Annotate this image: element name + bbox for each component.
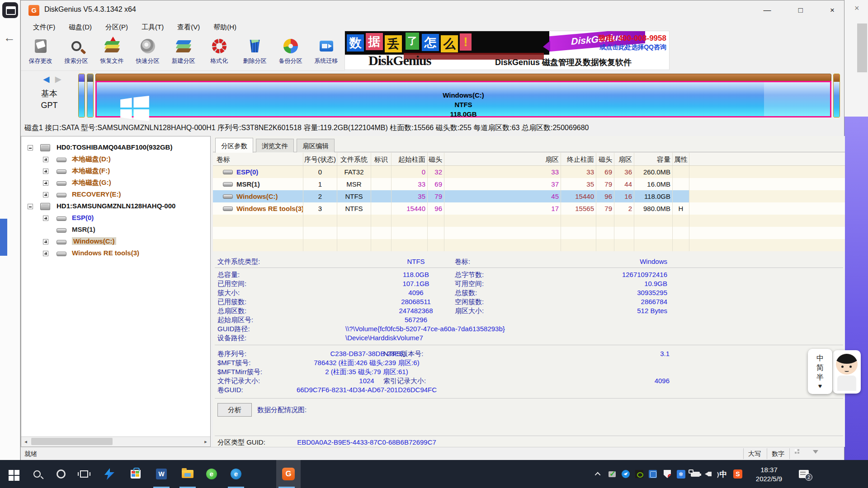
background-app-icon[interactable] — [2, 2, 18, 18]
partition-bar-windows-c[interactable]: Windows(C:) NTFS 118.0GB — [95, 74, 831, 117]
banner-qq-link[interactable]: 或点击此处选择QQ咨询 — [599, 43, 666, 52]
header-seq[interactable]: 序号(状态) — [303, 153, 337, 165]
header-start-head[interactable]: 磁头 — [428, 153, 444, 165]
menu-partition[interactable]: 分区(P) — [99, 20, 135, 34]
taskbar-app-word[interactable]: W — [151, 460, 172, 488]
taskbar-app-explorer[interactable] — [177, 460, 198, 488]
header-capacity[interactable]: 容量 — [634, 153, 673, 165]
backup-partition-button[interactable]: 备份分区 — [273, 34, 308, 70]
maximize-button[interactable]: □ — [790, 4, 811, 17]
new-partition-button[interactable]: 新建分区 — [165, 34, 201, 70]
collapse-icon[interactable] — [28, 204, 33, 209]
search-partition-button[interactable]: 搜索分区 — [58, 34, 94, 70]
expand-icon[interactable] — [43, 216, 48, 221]
cortana-button[interactable] — [51, 460, 71, 488]
background-close-icon[interactable]: × — [854, 4, 859, 13]
expand-icon[interactable] — [43, 157, 48, 162]
taskbar-clock[interactable]: 18:37 2022/5/9 — [750, 460, 788, 488]
desktop-wallpaper-strip — [844, 117, 868, 460]
header-end-head[interactable]: 磁头 — [596, 153, 614, 165]
partition-bar-msr[interactable] — [87, 74, 94, 117]
tree-item-windows-c[interactable]: Windows(C:) — [21, 236, 210, 248]
tree-item-hd1[interactable]: HD1:SAMSUNGMZNLN128HAHQ-000 — [21, 201, 210, 212]
task-view-button[interactable] — [74, 460, 94, 488]
table-row-msr[interactable]: MSR(1) 1 MSR 33 69 37 35 79 44 16.0MB — [213, 178, 845, 190]
header-fs[interactable]: 文件系统 — [337, 153, 371, 165]
tray-icon-messenger[interactable] — [619, 460, 632, 488]
analyze-button[interactable]: 分析 — [217, 403, 252, 417]
tray-icon-nvidia[interactable] — [632, 460, 646, 488]
taskbar-app-diskgenius[interactable]: G — [276, 460, 301, 488]
collapse-icon[interactable] — [28, 145, 33, 150]
expand-icon[interactable] — [43, 192, 48, 197]
close-button[interactable]: × — [822, 4, 843, 17]
delete-partition-button[interactable]: 删除分区 — [237, 34, 273, 70]
header-attr[interactable]: 属性 — [673, 153, 689, 165]
tray-icon-ime[interactable]: 中 — [717, 460, 730, 488]
scroll-left-arrow-icon[interactable]: ◂ — [21, 437, 30, 446]
tab-partition-params[interactable]: 分区参数 — [215, 138, 253, 153]
table-row-windows-c[interactable]: Windows(C:) 2 NTFS 35 79 45 15440 96 16 … — [213, 190, 845, 202]
header-flag[interactable]: 标识 — [371, 153, 392, 165]
tree-item-re-tools[interactable]: Windows RE tools(3) — [21, 248, 210, 259]
prev-disk-arrow-icon[interactable]: ◀ — [43, 75, 49, 84]
partition-bar-re-tools[interactable] — [833, 74, 840, 117]
tab-sector-edit[interactable]: 扇区编辑 — [297, 139, 335, 152]
tree-item-recovery-e[interactable]: RECOVERY(E:) — [21, 189, 210, 201]
tree-item-msr[interactable]: MSR(1) — [21, 224, 210, 236]
tree-item-local-g[interactable]: 本地磁盘(G:) — [21, 177, 210, 189]
taskbar-search-button[interactable] — [27, 460, 47, 488]
table-row-esp[interactable]: ESP(0) 0 FAT32 0 32 33 33 69 36 260.0MB — [213, 166, 845, 178]
sogou-status-widget[interactable]: 中 简 半 ♥ — [808, 349, 832, 394]
menu-disk[interactable]: 磁盘(D) — [62, 20, 99, 34]
menu-view[interactable]: 查看(V) — [170, 20, 207, 34]
expand-icon[interactable] — [43, 169, 48, 174]
expand-icon[interactable] — [43, 180, 48, 186]
start-button[interactable] — [2, 460, 23, 488]
header-end-cyl[interactable]: 终止柱面 — [561, 153, 596, 165]
expand-icon[interactable] — [43, 239, 48, 244]
tree-item-hd0[interactable]: HD0:TOSHIBAMQ04ABF100(932GB) — [21, 142, 210, 154]
tree-item-local-d[interactable]: 本地磁盘(D:) — [21, 154, 210, 165]
save-changes-button[interactable]: 保存更改 — [23, 34, 58, 70]
table-row-re-tools[interactable]: Windows RE tools(3) 3 NTFS 15440 96 17 1… — [213, 202, 845, 215]
tree-item-local-f[interactable]: 本地磁盘(F:) — [21, 165, 210, 177]
minimize-button[interactable]: — — [757, 4, 778, 17]
taskbar-app-lightning[interactable] — [99, 460, 120, 488]
partition-bar-esp[interactable] — [78, 74, 85, 117]
format-button[interactable]: 格式化 — [201, 34, 237, 70]
banner-ad[interactable]: 数 据 丢 了 怎 么 ! DiskGenius 致电: 400-008-995… — [345, 31, 669, 70]
tray-icon-intel[interactable] — [646, 460, 660, 488]
action-center-button[interactable]: 2 — [797, 460, 811, 488]
tray-icon-volume[interactable] — [703, 460, 717, 488]
header-volume[interactable]: 卷标 — [213, 153, 303, 165]
resize-grip[interactable] — [795, 452, 797, 454]
scroll-right-arrow-icon[interactable]: ▸ — [201, 437, 210, 446]
header-start-cyl[interactable]: 起始柱面 — [392, 153, 428, 165]
taskbar-app-edge[interactable]: e — [226, 460, 246, 488]
recover-files-button[interactable]: 恢复文件 — [94, 34, 130, 70]
tray-icon-security[interactable] — [660, 460, 674, 488]
tree-horizontal-scrollbar[interactable]: ◂ ▸ — [21, 436, 210, 446]
menu-file[interactable]: 文件(F) — [26, 20, 62, 34]
expand-icon[interactable] — [43, 251, 48, 256]
background-scrollbar[interactable] — [857, 23, 867, 72]
system-migration-button[interactable]: 系统迁移 — [308, 34, 344, 70]
next-disk-arrow-icon[interactable]: ▶ — [55, 75, 61, 84]
back-arrow-icon[interactable]: ← — [4, 31, 15, 45]
header-end-sector[interactable]: 扇区 — [614, 153, 634, 165]
tray-icon-snowflake[interactable]: ❄ — [674, 460, 688, 488]
tray-icon-power[interactable] — [689, 460, 702, 488]
tray-icon-update[interactable] — [605, 460, 619, 488]
tree-item-esp[interactable]: ESP(0) — [21, 212, 210, 224]
quick-partition-button[interactable]: 快速分区 — [130, 34, 165, 70]
tray-expand-button[interactable] — [591, 460, 605, 488]
taskbar-app-ie[interactable]: e — [201, 460, 222, 488]
scrollbar-thumb[interactable] — [31, 438, 113, 445]
tray-icon-sogou[interactable]: S — [731, 460, 745, 488]
tab-browse-files[interactable]: 浏览文件 — [256, 139, 294, 152]
menu-help[interactable]: 帮助(H) — [207, 20, 243, 34]
menu-tools[interactable]: 工具(T) — [135, 20, 170, 34]
taskbar-app-store[interactable] — [125, 460, 146, 488]
header-start-sector[interactable]: 扇区 — [444, 153, 561, 165]
